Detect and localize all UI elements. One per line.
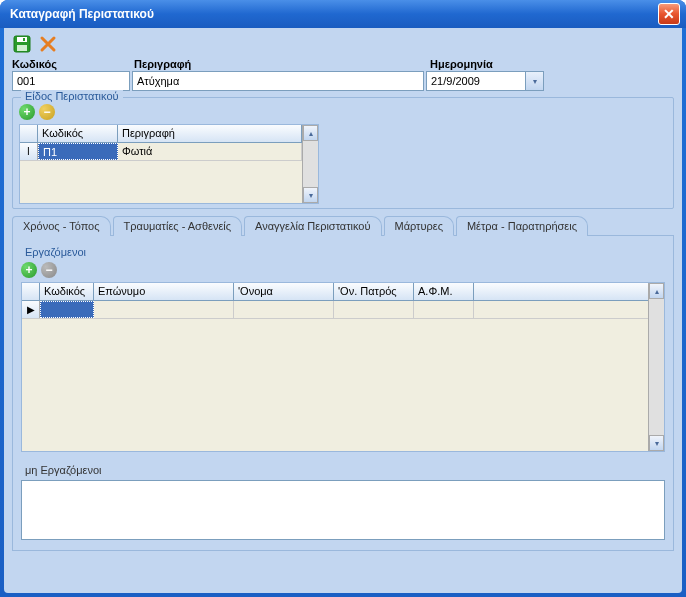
window: Καταγραφή Περιστατικού ✕ Κωδικός Περιγρα… bbox=[0, 0, 686, 597]
add-employee-button[interactable]: + bbox=[21, 262, 37, 278]
cell-name[interactable] bbox=[234, 301, 334, 318]
svg-rect-1 bbox=[17, 37, 27, 42]
grid-body: I Π1 Φωτιά bbox=[20, 143, 302, 195]
cell-code[interactable] bbox=[40, 301, 94, 318]
cell-desc[interactable]: Φωτιά bbox=[118, 143, 302, 160]
window-title: Καταγραφή Περιστατικού bbox=[6, 7, 658, 21]
tab-measures[interactable]: Μέτρα - Παρατηρήσεις bbox=[456, 216, 588, 236]
field-labels: Κωδικός Περιγραφή Ημερομηνία bbox=[12, 58, 674, 71]
scrollbar[interactable]: ▴ ▾ bbox=[648, 283, 664, 451]
minus-icon: − bbox=[43, 106, 50, 118]
scroll-up[interactable]: ▴ bbox=[303, 125, 318, 141]
code-input[interactable] bbox=[12, 71, 130, 91]
minus-icon: − bbox=[45, 264, 52, 276]
col-code[interactable]: Κωδικός bbox=[40, 283, 94, 300]
scroll-down[interactable]: ▾ bbox=[649, 435, 664, 451]
desc-label: Περιγραφή bbox=[134, 58, 428, 70]
chevron-down-icon: ▾ bbox=[533, 77, 537, 86]
col-afm[interactable]: Α.Φ.Μ. bbox=[414, 283, 474, 300]
scrollbar[interactable]: ▴ ▾ bbox=[302, 125, 318, 203]
tab-announce[interactable]: Αναγγελία Περιστατικού bbox=[244, 216, 381, 236]
remove-employee-button: − bbox=[41, 262, 57, 278]
cell-father[interactable] bbox=[334, 301, 414, 318]
chevron-up-icon: ▴ bbox=[309, 129, 313, 138]
row-indicator: I bbox=[20, 143, 38, 160]
table-row[interactable]: I Π1 Φωτιά bbox=[20, 143, 302, 161]
chevron-up-icon: ▴ bbox=[655, 287, 659, 296]
cell-surname[interactable] bbox=[94, 301, 234, 318]
field-inputs: ▾ bbox=[12, 71, 674, 91]
tab-panel-witnesses: Εργαζόμενοι + − Κωδικός Επώνυμο 'Ονομα '… bbox=[12, 235, 674, 551]
date-input[interactable] bbox=[426, 71, 526, 91]
save-button[interactable] bbox=[12, 34, 32, 54]
plus-icon: + bbox=[23, 106, 30, 118]
date-dropdown-button[interactable]: ▾ bbox=[526, 71, 544, 91]
toolbar bbox=[12, 32, 674, 56]
nonemployees-textarea[interactable] bbox=[21, 480, 665, 540]
chevron-down-icon: ▾ bbox=[309, 191, 313, 200]
plus-icon: + bbox=[25, 264, 32, 276]
cancel-button[interactable] bbox=[38, 34, 58, 54]
grid-corner bbox=[20, 125, 38, 142]
svg-rect-2 bbox=[17, 45, 27, 51]
close-button[interactable]: ✕ bbox=[658, 3, 680, 25]
cell-code[interactable]: Π1 bbox=[38, 143, 118, 160]
scroll-up[interactable]: ▴ bbox=[649, 283, 664, 299]
chevron-down-icon: ▾ bbox=[655, 439, 659, 448]
titlebar: Καταγραφή Περιστατικού ✕ bbox=[0, 0, 686, 28]
grid-header: Κωδικός Περιγραφή bbox=[20, 125, 302, 143]
date-label: Ημερομηνία bbox=[430, 58, 550, 70]
incident-type-title: Είδος Περιστατικού bbox=[21, 90, 123, 102]
nonemployees-title: μη Εργαζόμενοι bbox=[21, 464, 665, 476]
grid-inner: Κωδικός Περιγραφή I Π1 Φωτιά bbox=[20, 125, 302, 203]
cancel-icon bbox=[39, 35, 57, 53]
edit-icon: I bbox=[27, 146, 30, 157]
date-combo: ▾ bbox=[426, 71, 544, 91]
desc-input[interactable] bbox=[132, 71, 424, 91]
col-desc[interactable]: Περιγραφή bbox=[118, 125, 302, 142]
cell-afm[interactable] bbox=[414, 301, 474, 318]
incident-type-grid[interactable]: Κωδικός Περιγραφή I Π1 Φωτιά ▴ ▾ bbox=[19, 124, 319, 204]
grid-corner bbox=[22, 283, 40, 300]
grid-body: ▶ bbox=[22, 301, 648, 353]
tab-time-place[interactable]: Χρόνος - Τόπος bbox=[12, 216, 111, 236]
code-label: Κωδικός bbox=[12, 58, 132, 70]
employees-title: Εργαζόμενοι bbox=[21, 246, 665, 258]
col-father[interactable]: 'Ον. Πατρός bbox=[334, 283, 414, 300]
svg-rect-3 bbox=[23, 38, 25, 41]
incident-type-group: Είδος Περιστατικού + − Κωδικός Περιγραφή… bbox=[12, 97, 674, 209]
table-row[interactable]: ▶ bbox=[22, 301, 648, 319]
save-icon bbox=[13, 35, 31, 53]
scroll-down[interactable]: ▾ bbox=[303, 187, 318, 203]
col-surname[interactable]: Επώνυμο bbox=[94, 283, 234, 300]
add-incident-type-button[interactable]: + bbox=[19, 104, 35, 120]
grid-header: Κωδικός Επώνυμο 'Ονομα 'Ον. Πατρός Α.Φ.Μ… bbox=[22, 283, 648, 301]
grid-inner: Κωδικός Επώνυμο 'Ονομα 'Ον. Πατρός Α.Φ.Μ… bbox=[22, 283, 648, 451]
employees-tools: + − bbox=[21, 262, 665, 278]
close-icon: ✕ bbox=[663, 6, 675, 22]
row-indicator: ▶ bbox=[22, 301, 40, 318]
incident-type-tools: + − bbox=[19, 104, 667, 120]
tab-strip: Χρόνος - Τόπος Τραυματίες - Ασθενείς Ανα… bbox=[12, 216, 674, 236]
client-area: Κωδικός Περιγραφή Ημερομηνία ▾ Είδος Περ… bbox=[4, 28, 682, 593]
col-code[interactable]: Κωδικός bbox=[38, 125, 118, 142]
employees-grid[interactable]: Κωδικός Επώνυμο 'Ονομα 'Ον. Πατρός Α.Φ.Μ… bbox=[21, 282, 665, 452]
row-marker-icon: ▶ bbox=[27, 304, 35, 315]
tab-witnesses[interactable]: Μάρτυρες bbox=[384, 216, 454, 236]
tab-casualties[interactable]: Τραυματίες - Ασθενείς bbox=[113, 216, 243, 236]
col-name[interactable]: 'Ονομα bbox=[234, 283, 334, 300]
remove-incident-type-button[interactable]: − bbox=[39, 104, 55, 120]
